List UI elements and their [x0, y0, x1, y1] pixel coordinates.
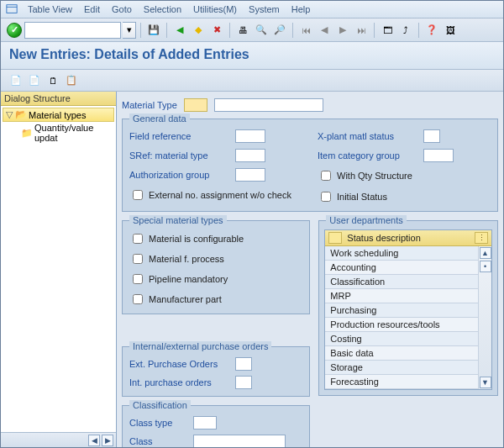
next-entry-button[interactable]: 📄: [26, 72, 43, 89]
status-description-header[interactable]: Status description: [344, 233, 423, 243]
help-button[interactable]: ❓: [423, 22, 440, 39]
enter-button[interactable]: [6, 22, 23, 39]
manufacturer-checkbox[interactable]: Manufacturer part: [129, 292, 302, 307]
prev-entry-icon: 📄: [10, 75, 22, 87]
group-title: Internal/external purchase orders: [129, 341, 271, 351]
tree-item-label: Quantity/value updat: [34, 123, 113, 143]
menu-goto[interactable]: Goto: [107, 3, 137, 16]
paste-icon: 📋: [66, 75, 77, 87]
page-title: New Entries: Details of Added Entries: [9, 47, 495, 62]
sref-row: SRef: material type: [129, 149, 302, 162]
table-row[interactable]: Basic data: [325, 346, 478, 361]
field-reference-row: Field reference: [129, 129, 302, 143]
material-type-desc-input[interactable]: [214, 98, 323, 112]
exit-button[interactable]: ◆: [190, 22, 207, 39]
folder-icon: [21, 128, 33, 139]
prev-entry-button[interactable]: 📄: [8, 72, 24, 89]
external-no-checkbox[interactable]: External no. assignment w/o check: [129, 187, 302, 203]
ext-po-input[interactable]: [235, 357, 252, 371]
int-po-label: Int. purchase orders: [129, 377, 230, 387]
tree-item-material-types[interactable]: ▽ Material types: [3, 108, 114, 122]
copy-entry-button[interactable]: 📋: [63, 72, 80, 89]
cancel-button[interactable]: ✖: [208, 22, 225, 39]
table-row[interactable]: Costing: [325, 332, 478, 346]
tree-item-label: Material types: [29, 110, 86, 120]
xplant-input[interactable]: [423, 129, 440, 143]
expander-icon[interactable]: ▽: [5, 109, 13, 120]
layout-button[interactable]: 🖼: [442, 22, 459, 39]
sref-input[interactable]: [235, 149, 265, 162]
field-reference-input[interactable]: [235, 129, 265, 143]
table-row[interactable]: Forecasting: [325, 375, 478, 389]
menu-selection[interactable]: Selection: [139, 3, 186, 16]
table-row[interactable]: MRP: [325, 289, 478, 303]
material-type-row: Material Type: [122, 98, 498, 112]
cbx-label: Material is configurable: [149, 234, 244, 244]
group-title: General data: [129, 113, 190, 124]
checkbox-icon[interactable]: [321, 171, 331, 181]
group-title: User departments: [326, 215, 406, 225]
new-session-button[interactable]: 🗔: [379, 22, 396, 39]
classtype-row: Class type: [129, 416, 302, 430]
scroll-up-button[interactable]: ▲: [480, 247, 491, 259]
find-next-button[interactable]: 🔎: [271, 22, 288, 39]
withqty-checkbox[interactable]: With Qty Structure: [318, 168, 491, 183]
vertical-scrollbar[interactable]: ▲ • ▼: [478, 246, 491, 389]
last-page-button[interactable]: ⏭: [353, 22, 370, 39]
class-input[interactable]: [193, 435, 286, 447]
checkbox-icon[interactable]: [133, 254, 143, 264]
table-row[interactable]: Work scheduling: [325, 246, 478, 261]
menu-system[interactable]: System: [244, 3, 285, 16]
user-departments-table: Status description ⋮ Work scheduling Acc…: [324, 229, 492, 390]
table-body: Work scheduling Accounting Classificatio…: [325, 246, 478, 389]
row-selector-header[interactable]: [328, 232, 342, 244]
int-po-input[interactable]: [235, 376, 252, 389]
classtype-input[interactable]: [193, 416, 217, 430]
material-type-key-input[interactable]: [184, 98, 207, 112]
checkbox-icon[interactable]: [321, 192, 331, 202]
withqty-label: With Qty Structure: [337, 171, 412, 181]
menu-utilities[interactable]: Utilities(M): [188, 3, 242, 16]
authgroup-input[interactable]: [235, 168, 265, 182]
find-button[interactable]: 🔍: [253, 22, 270, 39]
command-history-dropdown[interactable]: ▾: [123, 22, 136, 39]
checkbox-icon[interactable]: [133, 190, 143, 200]
configurable-checkbox[interactable]: Material is configurable: [129, 231, 302, 246]
scroll-down-button[interactable]: ▼: [480, 377, 491, 388]
shortcut-button[interactable]: ⤴: [397, 22, 414, 39]
checkbox-icon[interactable]: [133, 234, 143, 244]
menu-table-view[interactable]: Table View: [23, 3, 77, 16]
detail-panel: Material Type General data Field referen…: [117, 92, 503, 447]
menu-help[interactable]: Help: [286, 3, 316, 16]
help-icon: ❓: [426, 24, 438, 36]
table-row[interactable]: Production resources/tools: [325, 318, 478, 332]
table-header-row: Status description ⋮: [325, 230, 491, 246]
itemcat-input[interactable]: [423, 149, 454, 162]
scroll-left-button[interactable]: ◀: [88, 435, 100, 446]
next-page-button[interactable]: ▶: [334, 22, 351, 39]
menu-edit[interactable]: Edit: [79, 3, 105, 16]
pipeline-checkbox[interactable]: Pipeline mandatory: [129, 271, 302, 287]
save-button[interactable]: 💾: [145, 22, 162, 39]
table-settings-button[interactable]: ⋮: [475, 232, 488, 244]
first-page-button[interactable]: ⏮: [297, 22, 314, 39]
checkbox-icon[interactable]: [133, 294, 143, 304]
scroll-right-button[interactable]: ▶: [102, 435, 113, 446]
print-button[interactable]: 🖶: [234, 22, 251, 39]
table-row[interactable]: Accounting: [325, 261, 478, 275]
prev-page-button[interactable]: ◀: [316, 22, 333, 39]
process-checkbox[interactable]: Material f. process: [129, 251, 302, 266]
display-table-button[interactable]: 🗒: [45, 72, 61, 89]
table-row[interactable]: Classification: [325, 275, 478, 289]
user-departments-group: User departments Status description ⋮ Wo…: [318, 220, 498, 396]
command-field[interactable]: [24, 22, 121, 39]
newsession-icon: 🗔: [381, 24, 393, 36]
table-row[interactable]: Storage: [325, 361, 478, 375]
table-icon: 🗒: [47, 75, 59, 87]
back-button[interactable]: ◀: [171, 22, 188, 39]
checkbox-icon[interactable]: [133, 274, 143, 284]
table-row[interactable]: Purchasing: [325, 303, 478, 318]
tree-item-quantity-value[interactable]: Quantity/value updat: [3, 122, 114, 144]
initialstatus-checkbox[interactable]: Initial Status: [318, 189, 491, 204]
nextpage-icon: ▶: [337, 24, 349, 36]
